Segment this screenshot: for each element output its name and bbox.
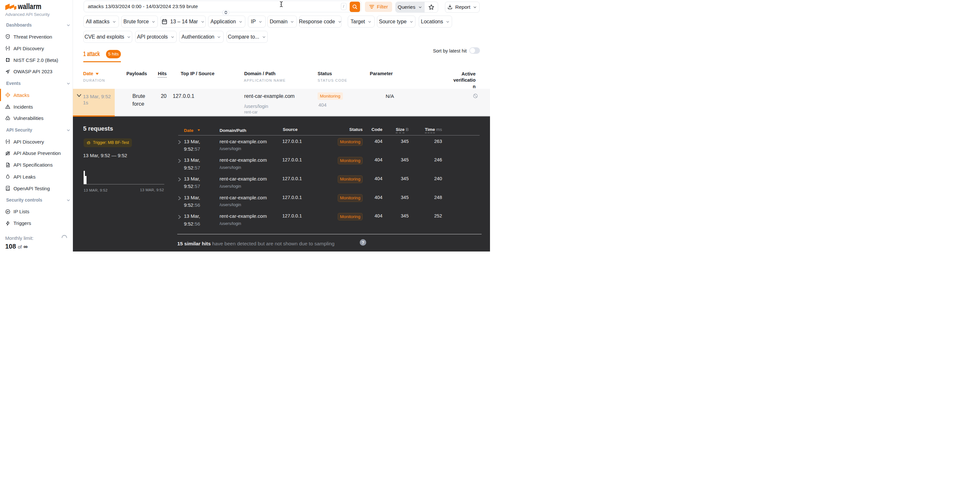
- svg-text:IP: IP: [7, 210, 9, 213]
